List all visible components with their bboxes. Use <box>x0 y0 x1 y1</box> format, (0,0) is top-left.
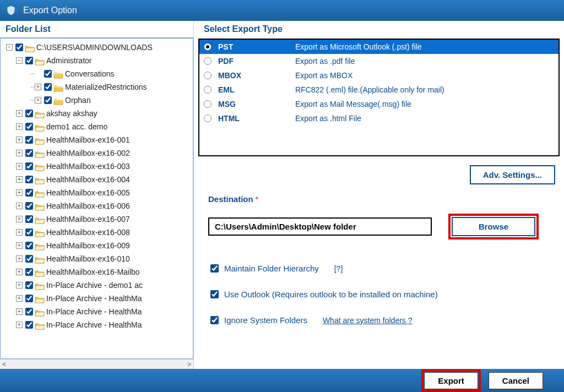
tree-checkbox[interactable] <box>25 228 33 236</box>
tree-checkbox[interactable] <box>25 110 33 117</box>
tree-checkbox[interactable] <box>25 215 33 223</box>
export-type-pdf[interactable]: PDFExport as .pdf file <box>199 54 558 68</box>
expand-toggle[interactable]: + <box>16 229 23 236</box>
expand-toggle[interactable]: − <box>6 44 13 51</box>
system-folders-link[interactable]: What are system folders ? <box>323 316 413 325</box>
destination-input[interactable] <box>208 217 432 236</box>
expand-toggle[interactable]: + <box>16 137 23 143</box>
adv-settings-button[interactable]: Adv. Settings... <box>470 165 555 184</box>
scroll-left-icon[interactable]: < <box>2 361 6 368</box>
tree-node-label[interactable]: HealthMailbox-ex16-004 <box>46 175 130 184</box>
expand-toggle[interactable]: + <box>16 255 23 262</box>
expand-toggle[interactable]: + <box>16 282 23 288</box>
expand-toggle[interactable]: + <box>16 269 23 275</box>
expand-toggle[interactable]: + <box>16 123 23 130</box>
folder-open-icon <box>35 189 45 197</box>
tree-node-label[interactable]: HealthMailbox-ex16-009 <box>46 241 130 250</box>
expand-toggle[interactable]: + <box>16 189 23 196</box>
tree-checkbox[interactable] <box>25 162 33 170</box>
expand-toggle[interactable]: + <box>16 163 23 170</box>
tree-checkbox[interactable] <box>44 96 52 104</box>
tree-checkbox[interactable] <box>25 255 33 263</box>
export-type-name: MSG <box>218 100 295 108</box>
tree-connector: ┈ <box>30 96 35 105</box>
browse-button[interactable]: Browse <box>452 217 535 236</box>
tree-checkbox[interactable] <box>25 149 33 157</box>
tree-node-label[interactable]: Orphan <box>65 96 91 105</box>
expand-toggle[interactable]: + <box>16 176 23 183</box>
expand-toggle[interactable]: − <box>16 57 23 64</box>
expand-toggle[interactable]: + <box>16 216 23 222</box>
expand-toggle[interactable]: + <box>35 84 41 90</box>
tree-node-label[interactable]: MaterializedRestrictions <box>65 83 147 91</box>
tree-node-label[interactable]: demo1 acc. demo <box>46 122 107 131</box>
folder-closed-icon <box>53 70 63 78</box>
folder-tree[interactable]: −C:\USERS\ADMIN\DOWNLOADS−Administrator┈… <box>1 39 193 358</box>
tree-checkbox[interactable] <box>25 176 33 183</box>
tree-checkbox[interactable] <box>25 321 33 329</box>
tree-checkbox[interactable] <box>15 43 23 51</box>
tree-node-label[interactable]: In-Place Archive - HealthMa <box>46 294 142 303</box>
tree-checkbox[interactable] <box>25 136 33 144</box>
expand-toggle[interactable]: + <box>16 150 23 156</box>
maintain-hierarchy-checkbox[interactable] <box>210 264 219 273</box>
tree-checkbox[interactable] <box>25 57 33 64</box>
export-type-name: HTML <box>218 114 295 123</box>
expand-toggle[interactable]: + <box>16 295 23 302</box>
tree-node-label[interactable]: Conversations <box>65 69 115 78</box>
export-type-mbox[interactable]: MBOXExport as MBOX <box>199 68 558 83</box>
tree-node-label[interactable]: C:\USERS\ADMIN\DOWNLOADS <box>36 43 153 52</box>
tree-checkbox[interactable] <box>25 202 33 210</box>
tree-node-label[interactable]: HealthMailbox-ex16-002 <box>46 149 130 157</box>
tree-node-label[interactable]: Administrator <box>46 56 91 65</box>
tree-checkbox[interactable] <box>25 295 33 302</box>
expand-toggle[interactable]: + <box>35 97 41 104</box>
export-type-msg[interactable]: MSGExport as Mail Message(.msg) file <box>199 97 558 111</box>
export-type-desc: Export as MBOX <box>295 71 352 80</box>
tree-checkbox[interactable] <box>25 189 33 197</box>
export-type-eml[interactable]: EMLRFC822 (.eml) file.(Applicable only f… <box>199 83 558 97</box>
cancel-button[interactable]: Cancel <box>489 372 543 389</box>
folder-open-icon <box>35 202 45 210</box>
expand-toggle[interactable]: + <box>16 110 23 117</box>
tree-node-label[interactable]: HealthMailbox-ex16-003 <box>46 162 130 171</box>
tree-node-label[interactable]: HealthMailbox-ex16-Mailbo <box>46 268 140 276</box>
expand-toggle[interactable]: + <box>16 242 23 249</box>
expand-toggle[interactable]: + <box>16 322 23 328</box>
folder-open-icon <box>35 242 45 249</box>
hierarchy-help-link[interactable]: [?] <box>334 264 343 273</box>
expand-toggle[interactable]: + <box>16 308 23 315</box>
tree-checkbox[interactable] <box>25 308 33 315</box>
tree-node-label[interactable]: In-Place Archive - demo1 ac <box>46 281 143 290</box>
tree-checkbox[interactable] <box>25 123 33 130</box>
export-button[interactable]: Export <box>424 372 478 389</box>
tree-node-label[interactable]: In-Place Archive - HealthMa <box>46 320 142 329</box>
ignore-system-checkbox[interactable] <box>210 316 219 324</box>
use-outlook-checkbox[interactable] <box>210 290 219 298</box>
tree-checkbox[interactable] <box>25 242 33 249</box>
tree-node-label[interactable]: HealthMailbox-ex16-001 <box>46 135 130 144</box>
tree-node-label[interactable]: akshay akshay <box>46 109 97 118</box>
tree-node-label[interactable]: HealthMailbox-ex16-005 <box>46 188 130 197</box>
tree-checkbox[interactable] <box>44 83 52 91</box>
scroll-right-icon[interactable]: > <box>187 361 191 368</box>
export-type-html[interactable]: HTMLExport as .html File <box>199 111 558 126</box>
folder-list-panel: Folder List −C:\USERS\ADMIN\DOWNLOADS−Ad… <box>0 21 194 369</box>
export-option-window: Export Option Folder List −C:\USERS\ADMI… <box>0 0 564 392</box>
tree-node-label[interactable]: In-Place Archive - HealthMa <box>46 307 142 316</box>
tree-node-label[interactable]: HealthMailbox-ex16-010 <box>46 254 130 263</box>
maintain-hierarchy-label: Maintain Folder Hierarchy <box>224 264 319 273</box>
tree-node-label[interactable]: HealthMailbox-ex16-008 <box>46 228 130 237</box>
tree-checkbox[interactable] <box>25 281 33 289</box>
tree-node-label[interactable]: HealthMailbox-ex16-007 <box>46 215 130 224</box>
expand-toggle[interactable]: + <box>16 203 23 209</box>
radio-icon <box>204 43 212 51</box>
tree-node-label[interactable]: HealthMailbox-ex16-006 <box>46 202 130 210</box>
tree-checkbox[interactable] <box>25 268 33 276</box>
export-type-desc: Export as .html File <box>295 114 361 123</box>
horizontal-scrollbar[interactable]: < > <box>0 359 193 369</box>
tree-checkbox[interactable] <box>44 70 52 78</box>
folder-open-icon <box>35 228 45 236</box>
tree-connector: ┈ <box>30 69 35 78</box>
export-type-pst[interactable]: PSTExport as Microsoft Outlook (.pst) fi… <box>199 40 558 54</box>
